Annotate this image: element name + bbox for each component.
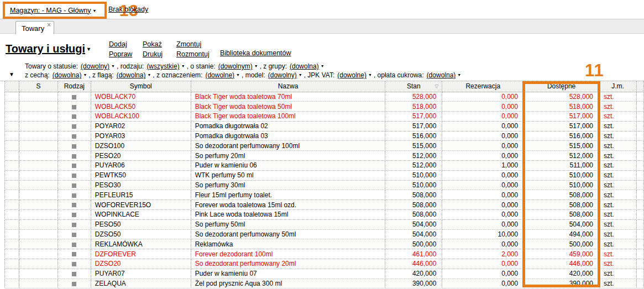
col-header-label: Nazwa [278, 82, 299, 90]
chevron-down-icon[interactable]: ▼ [181, 64, 185, 68]
col-header-s[interactable]: S [19, 81, 57, 92]
col-header-dostpne[interactable]: Dostępne [524, 81, 599, 92]
filter-value-dropdown[interactable]: (dowolnym) [218, 62, 253, 70]
cell-blank [19, 229, 57, 239]
filter-value-dropdown[interactable]: (dowolny) [268, 71, 297, 79]
cell-blank [636, 170, 643, 180]
cell-blank [19, 121, 57, 131]
filter-value-dropdown[interactable]: (dowolne) [205, 71, 234, 79]
cell-blank [636, 92, 643, 102]
table-row[interactable]: WOPINKLACEPink Lace woda toaletowa 15ml5… [5, 210, 644, 220]
chevron-down-icon: ▼ [93, 9, 97, 13]
sort-descending-icon[interactable]: ▽ [434, 83, 438, 89]
cell-blank [19, 151, 57, 161]
cell-blank [636, 269, 643, 279]
filter-label: , o stanie: [187, 62, 216, 70]
chevron-down-icon[interactable]: ▼ [457, 73, 461, 77]
cell-nazwa: Black Tiger woda toaletowa 50ml [191, 102, 385, 112]
action-dodaj[interactable]: Dodaj [109, 39, 143, 49]
chevron-down-icon[interactable]: ▼ [321, 64, 324, 68]
col-header-rezerwacja[interactable]: Rezerwacja [442, 81, 524, 92]
col-header-stan[interactable]: Stan▽ [385, 81, 442, 92]
table-row[interactable]: ZELAQUAŻel pod prysznic Aqua 300 ml390,0… [5, 279, 644, 288]
brak-blokady-link[interactable]: Brak blokady [108, 6, 148, 13]
action-rozmontuj[interactable]: Rozmontuj [176, 49, 210, 59]
page-title[interactable]: Towary i usługi▾ [6, 43, 90, 55]
action-popraw[interactable]: Popraw [109, 49, 143, 59]
cell-symbol: POYAR03 [91, 131, 191, 141]
table-row[interactable]: DZSO50So dezodorant perfumowany 50ml504,… [5, 229, 644, 239]
cell-blank [636, 102, 643, 112]
close-icon[interactable]: × [47, 22, 51, 28]
tab-towary[interactable]: Towary × [15, 21, 54, 34]
col-header-jm[interactable]: J.m. [599, 81, 637, 92]
filter-value-dropdown[interactable]: (dowolna) [427, 71, 456, 79]
col-header-symbol[interactable]: Symbol [91, 81, 191, 92]
filter-value-dropdown[interactable]: (dowolne) [337, 71, 366, 79]
cell-nazwa: Forever dezodorant 100ml [191, 249, 385, 259]
table-row[interactable]: POYAR03Pomadka długotrwała 03516,0000,00… [5, 131, 644, 141]
table-row[interactable]: DZSO20So dezodorant perfumowany 20ml446,… [5, 259, 644, 269]
cell-symbol: WOBLACK50 [91, 102, 191, 112]
table-row[interactable]: POYAR02Pomadka długotrwała 02517,0000,00… [5, 121, 644, 131]
cell-rezerwacja: 0,000 [442, 121, 524, 131]
filter-label: , z oznaczeniem: [153, 71, 202, 79]
table-row[interactable]: WOBLACK100Black Tiger woda toaletowa 100… [5, 112, 644, 122]
filter-value-dropdown[interactable]: (dowolna) [117, 71, 146, 79]
cell-rodzaj [57, 112, 91, 122]
filter-value-dropdown[interactable]: (dowolny) [81, 62, 109, 70]
chevron-down-icon[interactable]: ▼ [236, 73, 240, 77]
cell-dostepne: 511,000 [524, 161, 599, 171]
table-row[interactable]: PUYAR06Puder w kamieniu 06512,0001,00051… [5, 161, 644, 171]
cell-stan: 512,000 [385, 151, 442, 161]
cell-jm: szt. [599, 219, 637, 229]
filter-expander-icon[interactable]: ▼ [9, 71, 14, 77]
chevron-down-icon[interactable]: ▼ [299, 73, 302, 77]
action-zmontuj[interactable]: Zmontuj [176, 39, 210, 49]
table-row[interactable]: DZFOREVERForever dezodorant 100ml461,000… [5, 249, 644, 259]
biblioteka-dokumentow-link[interactable]: Biblioteka dokumentów [220, 49, 291, 57]
filter-value-dropdown[interactable]: (wszystkie) [146, 62, 179, 70]
chevron-down-icon[interactable]: ▼ [368, 73, 372, 77]
table-row[interactable]: WOFOREVER15OForever woda toaletowa 15ml … [5, 200, 644, 210]
cell-dostepne: 512,000 [524, 151, 599, 161]
cell-blank [19, 161, 57, 171]
cell-blank [5, 170, 19, 180]
col-header-nazwa[interactable]: Nazwa [191, 81, 385, 92]
table-row[interactable]: PESO50So perfumy 50ml504,0000,000504,000… [5, 219, 644, 229]
cell-stan: 518,000 [385, 102, 442, 112]
action-pokaż[interactable]: Pokaż [143, 39, 176, 49]
col-header-rodzaj[interactable]: Rodzaj [57, 81, 91, 92]
action-drukuj[interactable]: Drukuj [143, 49, 176, 59]
filter-value-dropdown[interactable]: (dowolna) [53, 71, 82, 79]
cell-stan: 504,000 [385, 229, 442, 239]
filter-value-dropdown[interactable]: (dowolna) [290, 62, 319, 70]
chevron-down-icon[interactable]: ▼ [254, 64, 258, 68]
table-row[interactable]: PESO30So perfumy 30ml510,0000,000510,000… [5, 180, 644, 190]
table-row[interactable]: PEWTK50WTK perfumy 50 ml510,0000,000510,… [5, 170, 644, 180]
cell-rodzaj [57, 161, 91, 171]
magazyn-selector[interactable]: Magazyn: - MAG - Główny▼ [10, 7, 97, 14]
table-row[interactable]: PESO20So perfumy 20ml512,0000,000512,000… [5, 151, 644, 161]
table-row[interactable]: DZSO100So dezodorant perfumowany 100ml51… [5, 141, 644, 151]
cell-blank [636, 259, 643, 269]
cell-blank [5, 141, 19, 151]
chevron-down-icon[interactable]: ▼ [111, 64, 115, 68]
cell-nazwa: So dezodorant perfumowany 50ml [191, 229, 385, 239]
item-type-icon [72, 223, 76, 227]
cell-nazwa: Reklamówka [191, 239, 385, 249]
cell-dostepne: 517,000 [524, 112, 599, 122]
cell-rezerwacja: 0,000 [442, 180, 524, 190]
cell-blank [5, 259, 19, 269]
chevron-down-icon[interactable]: ▼ [147, 73, 151, 77]
table-row[interactable]: PUYAR07Puder w kamieniu 07420,0000,00042… [5, 269, 644, 279]
cell-rezerwacja: 0,000 [442, 92, 524, 102]
cell-blank [5, 229, 19, 239]
table-row[interactable]: WOBLACK50Black Tiger woda toaletowa 50ml… [5, 102, 644, 112]
chevron-down-icon[interactable]: ▼ [83, 73, 87, 77]
table-row[interactable]: REKLAMÓWKAReklamówka500,0000,000500,000s… [5, 239, 644, 249]
table-row[interactable]: WOBLACK70Black Tiger woda toaletowa 70ml… [5, 92, 644, 102]
table-row[interactable]: PEFLEUR15Fleur 15ml perfumy toalet.508,0… [5, 190, 644, 200]
cell-jm: szt. [599, 151, 637, 161]
col-header-label: Stan [407, 82, 421, 90]
